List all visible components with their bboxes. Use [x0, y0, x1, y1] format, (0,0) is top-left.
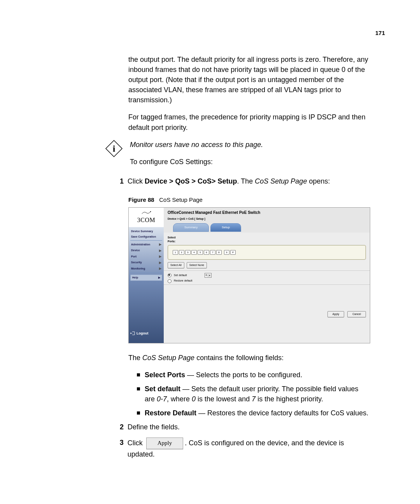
fields-lead: The CoS Setup Page contains the followin… [128, 353, 369, 363]
figure-caption: Figure 88 CoS Setup Page [128, 196, 369, 204]
intro-paragraph-1: the output port. The default priority fo… [128, 54, 369, 105]
bullet-restore-default: Restore Default — Restores the device fa… [137, 408, 369, 418]
step-1-pre: Click [128, 177, 145, 185]
intro-paragraph-2: For tagged frames, the precedence for pr… [128, 112, 369, 132]
nav-help[interactable]: Help▶ [130, 275, 162, 281]
bullet-select-ports: Select Ports — Selects the ports to be c… [137, 370, 369, 380]
select-all-button[interactable]: Select All [168, 262, 184, 268]
set-default-label: Set default [174, 273, 187, 277]
chevron-right-icon: ▶ [159, 254, 161, 259]
port-2[interactable]: 2 [179, 250, 184, 255]
step-2-number: 2 [116, 422, 124, 432]
nav-monitoring[interactable]: Monitoring▶ [130, 266, 163, 272]
restore-default-radio[interactable] [168, 279, 172, 283]
restore-default-label: Restore default [174, 279, 192, 283]
step-1: 1 Click Device > QoS > CoS> Setup. The C… [116, 176, 369, 186]
tab-setup[interactable]: Setup [210, 223, 241, 232]
logout-icon [130, 331, 135, 335]
chevron-right-icon: ▶ [159, 261, 161, 265]
switch-title: OfficeConnect Managed Fast Ethernet PoE … [168, 210, 366, 216]
nav-port[interactable]: Port▶ [130, 254, 163, 260]
chevron-right-icon: ▶ [159, 248, 161, 253]
port-6[interactable]: 6 [204, 250, 209, 255]
bullet-icon [137, 373, 140, 376]
set-default-radio[interactable] [168, 273, 172, 277]
port-3[interactable]: 3 [185, 250, 191, 255]
step-3-number: 3 [116, 438, 124, 459]
step-1-page: CoS Setup Page [255, 177, 307, 185]
step-1-post: opens: [307, 177, 330, 185]
port-1[interactable]: 1 [173, 250, 178, 255]
monitor-note: Monitor users have no access to this pag… [130, 140, 369, 150]
step-1-number: 1 [116, 176, 124, 186]
step-2: 2 Define the fields. [116, 422, 369, 432]
bullet-icon [137, 387, 140, 390]
port-7[interactable]: 7 [210, 250, 215, 255]
config-lead: To configure CoS Settings: [130, 157, 369, 167]
figure-number: Figure 88 [128, 196, 154, 203]
logo: 3COM [129, 208, 164, 227]
main-panel: OfficeConnect Managed Fast Ethernet PoE … [164, 208, 370, 343]
logo-text: 3COM [137, 215, 155, 224]
step-3: 3 Click Apply. CoS is configured on the … [116, 438, 369, 459]
port-5[interactable]: 5 [198, 250, 203, 255]
chevron-right-icon: ▶ [158, 276, 160, 280]
inline-apply-button: Apply [146, 438, 184, 449]
logo-swirl-icon [141, 210, 152, 215]
cos-setup-screenshot: 3COM Device Summary Save Configuration A… [128, 207, 370, 343]
step-1-mid: . The [237, 177, 255, 185]
page-number: 171 [375, 30, 385, 36]
port-p[interactable]: P [230, 250, 236, 255]
page: 171 the output port. The default priorit… [0, 0, 420, 504]
step-1-path: Device > QoS > CoS> Setup [145, 177, 237, 185]
apply-button[interactable]: Apply [327, 311, 345, 317]
cancel-button[interactable]: Cancel [347, 311, 366, 317]
sidebar: 3COM Device Summary Save Configuration A… [129, 208, 164, 343]
nav-security[interactable]: Security▶ [130, 260, 163, 266]
tab-summary[interactable]: Summary [173, 223, 209, 232]
nav-device-summary[interactable]: Device Summary [130, 229, 163, 234]
field-bullet-list: Select Ports — Selects the ports to be c… [137, 370, 369, 418]
chevron-right-icon: ▶ [159, 266, 161, 271]
priority-select[interactable]: 0▼ [205, 273, 212, 278]
svg-text:i: i [113, 144, 116, 154]
select-none-button[interactable]: Select None [187, 262, 207, 268]
step-3-pre: Click [128, 439, 145, 447]
logout-button[interactable]: Logout [129, 324, 164, 343]
bullet-set-default: Set default — Sets the default user prio… [137, 384, 369, 404]
nav-device[interactable]: Device▶ [130, 248, 163, 254]
breadcrumb: Device > QoS > CoS [ Setup ] [168, 217, 366, 221]
port-4[interactable]: 4 [191, 250, 197, 255]
port-9[interactable]: 9 [224, 250, 229, 255]
step-2-text: Define the fields. [128, 422, 180, 432]
figure-title: CoS Setup Page [159, 196, 203, 203]
chevron-right-icon: ▶ [159, 242, 161, 247]
nav-save-config[interactable]: Save Configuration [130, 234, 163, 240]
select-ports-label: Select Ports: [168, 236, 366, 243]
nav-administration[interactable]: Administration▶ [130, 242, 163, 248]
svg-point-1 [150, 211, 151, 212]
bullet-icon [137, 411, 140, 415]
info-icon: i [105, 140, 123, 158]
port-selector: 1 2 3 4 5 6 7 8 9 P [168, 245, 366, 260]
port-8[interactable]: 8 [216, 250, 222, 255]
chevron-down-icon: ▼ [208, 274, 211, 277]
